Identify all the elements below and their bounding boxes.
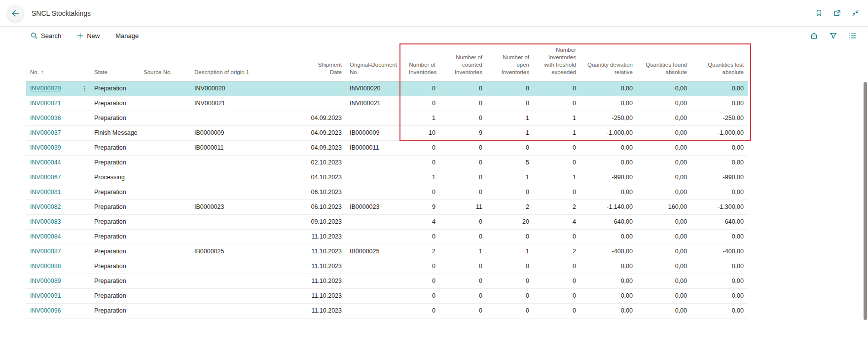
- column-header-number_of_inventories[interactable]: Number of Inventories: [405, 44, 439, 81]
- column-header-state[interactable]: State: [90, 44, 140, 81]
- cell-shipment_date: 06.10.2023: [301, 199, 346, 214]
- cell-source_no: [140, 170, 190, 185]
- cell-no[interactable]: INV000067: [26, 170, 90, 185]
- back-button[interactable]: [7, 5, 24, 22]
- cell-no[interactable]: INV000083: [26, 214, 90, 229]
- column-header-original_document_no[interactable]: Original-Document No.: [346, 44, 405, 81]
- table-row[interactable]: INV000044Preparation02.10.202300500,000,…: [26, 155, 748, 170]
- column-header-number_of_counted_inventories[interactable]: Number of counted Inventories: [439, 44, 486, 81]
- column-header-no[interactable]: No.↑: [26, 44, 90, 81]
- cell-number_of_open_inventories: 5: [486, 155, 533, 170]
- cell-source_no: [140, 185, 190, 199]
- search-button[interactable]: Search: [31, 32, 61, 40]
- record-link[interactable]: INV000089: [30, 278, 61, 284]
- cell-quantities_found_absolute: 0,00: [637, 274, 691, 288]
- cell-shipment_date: 11.10.2023: [301, 303, 346, 318]
- manage-menu[interactable]: Manage: [115, 32, 139, 40]
- table-row[interactable]: INV000089Preparation11.10.202300000,000,…: [26, 274, 748, 288]
- cell-no[interactable]: INV000081: [26, 185, 90, 199]
- cell-source_no: [140, 229, 190, 244]
- record-link[interactable]: INV000044: [30, 159, 61, 166]
- cell-no[interactable]: INV000087: [26, 244, 90, 259]
- column-header-quantity_deviation_relative[interactable]: Quantity deviation relative: [580, 44, 637, 81]
- vertical-scrollbar[interactable]: [864, 82, 867, 320]
- record-link[interactable]: INV000081: [30, 189, 61, 196]
- record-link[interactable]: INV000020: [30, 85, 61, 92]
- cell-no[interactable]: INV000044: [26, 155, 90, 170]
- table-row[interactable]: INV000081Preparation06.10.202300000,000,…: [26, 185, 748, 199]
- record-link[interactable]: INV000091: [30, 292, 61, 299]
- column-header-quantities_found_absolute[interactable]: Quantities found absolute: [637, 44, 691, 81]
- cell-shipment_date: [301, 81, 346, 96]
- record-link[interactable]: INV000082: [30, 203, 61, 210]
- table-row[interactable]: INV000091Preparation11.10.202300000,000,…: [26, 288, 748, 303]
- cell-quantities_lost_absolute: -1.300,00: [691, 199, 748, 214]
- record-link[interactable]: INV000037: [30, 129, 61, 136]
- record-link[interactable]: INV000036: [30, 115, 61, 121]
- cell-original_document_no: IB0000009: [346, 125, 405, 140]
- cell-number_inventories_with_treshold_exceeded: 0: [533, 140, 580, 155]
- table-header-row: No.↑StateSource No.Description of origin…: [26, 44, 748, 81]
- cell-number_inventories_with_treshold_exceeded: 0: [533, 229, 580, 244]
- cell-no[interactable]: INV000021: [26, 96, 90, 111]
- cell-quantities_found_absolute: 0,00: [637, 288, 691, 303]
- cell-no[interactable]: INV000082: [26, 199, 90, 214]
- cell-number_of_open_inventories: 2: [486, 199, 533, 214]
- column-header-shipment_date[interactable]: Shipment Date: [301, 44, 346, 81]
- cell-no[interactable]: INV000096: [26, 303, 90, 318]
- cell-source_no: [140, 244, 190, 259]
- cell-number_of_counted_inventories: 0: [439, 140, 486, 155]
- cell-original_document_no: [346, 274, 405, 288]
- table-row[interactable]: INV000036Preparation04.09.20231011-250,0…: [26, 111, 748, 125]
- table-row[interactable]: INV000021PreparationINV000021INV00002100…: [26, 96, 748, 111]
- filter-icon[interactable]: [830, 32, 837, 40]
- record-link[interactable]: INV000084: [30, 233, 61, 240]
- column-header-number_inventories_with_treshold_exceeded[interactable]: Number Inventories with treshold exceede…: [533, 44, 580, 81]
- table-row[interactable]: INV000087PreparationIB000002511.10.2023I…: [26, 244, 748, 259]
- table-row[interactable]: INV000088Preparation11.10.202300000,000,…: [26, 259, 748, 274]
- list-view-icon[interactable]: [849, 32, 856, 40]
- cell-no[interactable]: INV000089: [26, 274, 90, 288]
- table-row[interactable]: INV000096Preparation11.10.202300000,000,…: [26, 303, 748, 318]
- row-context-menu-icon[interactable]: ⋮: [81, 85, 88, 92]
- popout-icon[interactable]: [833, 9, 841, 17]
- cell-no[interactable]: INV000084: [26, 229, 90, 244]
- column-header-quantities_lost_absolute[interactable]: Quantities lost absolute: [691, 44, 748, 81]
- record-link[interactable]: INV000039: [30, 144, 61, 151]
- cell-source_no: [140, 303, 190, 318]
- record-link[interactable]: INV000088: [30, 263, 61, 270]
- new-button[interactable]: New: [77, 32, 100, 40]
- table-row[interactable]: INV000083Preparation09.10.202340204-640,…: [26, 214, 748, 229]
- table-row[interactable]: INV000067Processing04.10.20231011-990,00…: [26, 170, 748, 185]
- collapse-icon[interactable]: [852, 9, 859, 17]
- record-link[interactable]: INV000096: [30, 307, 61, 314]
- cell-description_of_origin_1: [190, 214, 301, 229]
- record-link[interactable]: INV000087: [30, 248, 61, 255]
- cell-no[interactable]: INV000036: [26, 111, 90, 125]
- column-header-source_no[interactable]: Source No.: [140, 44, 190, 81]
- cell-quantities_lost_absolute: 0,00: [691, 81, 748, 96]
- cell-number_of_inventories: 2: [405, 244, 439, 259]
- table-row[interactable]: INV000020⋮PreparationINV000020INV0000200…: [26, 81, 748, 96]
- cell-no[interactable]: INV000037: [26, 125, 90, 140]
- column-header-description_of_origin_1[interactable]: Description of origin 1: [190, 44, 301, 81]
- cell-quantities_lost_absolute: -1.000,00: [691, 125, 748, 140]
- record-link[interactable]: INV000067: [30, 174, 61, 181]
- cell-no[interactable]: INV000020⋮: [26, 81, 90, 96]
- cell-number_of_counted_inventories: 0: [439, 288, 486, 303]
- cell-original_document_no: [346, 155, 405, 170]
- cell-description_of_origin_1: IB0000023: [190, 199, 301, 214]
- cell-no[interactable]: INV000091: [26, 288, 90, 303]
- bookmark-icon[interactable]: [815, 9, 823, 17]
- table-row[interactable]: INV000082PreparationIB000002306.10.2023I…: [26, 199, 748, 214]
- table-row[interactable]: INV000039PreparationIB000001104.09.2023I…: [26, 140, 748, 155]
- table-row[interactable]: INV000084Preparation11.10.202300000,000,…: [26, 229, 748, 244]
- cell-no[interactable]: INV000088: [26, 259, 90, 274]
- cell-no[interactable]: INV000039: [26, 140, 90, 155]
- table-row[interactable]: INV000037Finish MessageIB000000904.09.20…: [26, 125, 748, 140]
- column-header-number_of_open_inventories[interactable]: Number of open Inventories: [486, 44, 533, 81]
- share-icon[interactable]: [810, 32, 818, 40]
- cell-description_of_origin_1: [190, 155, 301, 170]
- record-link[interactable]: INV000021: [30, 100, 61, 107]
- record-link[interactable]: INV000083: [30, 218, 61, 225]
